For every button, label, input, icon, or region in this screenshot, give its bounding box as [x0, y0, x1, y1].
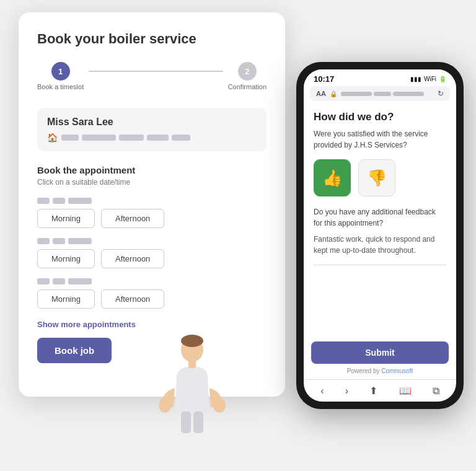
commusoft-link[interactable]: Commusoft — [381, 368, 413, 374]
powered-by: Powered by Commusoft — [311, 368, 449, 374]
phone-screen: 10:17 ▮▮▮ WiFi 🔋 AA 🔒 ↻ How did we do? W… — [304, 69, 456, 402]
addr-bar-2 — [82, 134, 116, 141]
powered-by-text: Powered by — [347, 368, 382, 374]
step-divider — [89, 71, 223, 72]
date-bar-3b — [53, 278, 65, 284]
appointment-subtitle: Click on a suitable date/time — [37, 178, 267, 187]
appointment-title: Book the appointment — [37, 165, 267, 175]
date-bar-1b — [53, 198, 65, 204]
submit-button[interactable]: Submit — [311, 341, 449, 364]
phone-content: How did we do? Were you satisfied with t… — [304, 105, 456, 337]
page-title: Book your boiler service — [37, 31, 267, 47]
home-icon: 🏠 — [47, 133, 58, 143]
url-dot-1 — [341, 92, 372, 96]
date-block-2: Morning Afternoon — [37, 238, 267, 268]
person-illustration — [155, 332, 229, 440]
phone-device: 10:17 ▮▮▮ WiFi 🔋 AA 🔒 ↻ How did we do? W… — [296, 62, 464, 409]
date-bar-row-1 — [37, 198, 267, 204]
step-2-circle: 2 — [238, 62, 257, 81]
addr-bar-3 — [119, 134, 144, 141]
date-bar-2a — [37, 238, 50, 244]
thumbs-down-icon: 👎 — [367, 169, 387, 188]
afternoon-slot-2[interactable]: Afternoon — [101, 249, 164, 268]
step-1: 1 Book a timeslot — [37, 62, 84, 90]
morning-slot-1[interactable]: Morning — [37, 209, 95, 228]
refresh-icon[interactable]: ↻ — [438, 89, 444, 98]
battery-icon: 🔋 — [439, 76, 446, 82]
slot-row-3: Morning Afternoon — [37, 289, 267, 309]
show-more-appointments[interactable]: Show more appointments — [37, 320, 136, 329]
date-bar-1a — [37, 198, 50, 204]
date-block-3: Morning Afternoon — [37, 278, 267, 309]
aa-text: AA — [316, 90, 326, 97]
url-bar[interactable]: AA 🔒 ↻ — [310, 86, 450, 101]
morning-slot-3[interactable]: Morning — [37, 289, 95, 309]
phone-footer: Submit Powered by Commusoft — [304, 337, 456, 379]
content-divider — [314, 265, 446, 265]
wifi-icon: WiFi — [424, 76, 436, 82]
address-placeholder — [61, 134, 190, 141]
thumbs-up-icon: 👍 — [322, 169, 342, 188]
svg-rect-5 — [216, 397, 223, 402]
feedback-question-2: Do you have any additional feedback for … — [314, 206, 446, 229]
url-dot-2 — [374, 92, 391, 96]
forward-nav-icon[interactable]: › — [345, 385, 348, 397]
url-dot-3 — [393, 92, 424, 96]
date-bar-2c — [68, 238, 92, 244]
address-row: 🏠 — [47, 133, 257, 143]
svg-rect-3 — [161, 397, 169, 402]
afternoon-slot-1[interactable]: Afternoon — [101, 209, 164, 228]
feedback-question-1: Were you satisfied with the service prov… — [314, 128, 446, 151]
tabs-nav-icon[interactable]: ⧉ — [433, 385, 439, 397]
svg-rect-8 — [188, 359, 196, 368]
date-bar-2b — [53, 238, 65, 244]
phone-time: 10:17 — [314, 74, 334, 84]
signal-icon: ▮▮▮ — [410, 76, 421, 82]
svg-rect-7 — [193, 412, 203, 433]
step-1-circle: 1 — [51, 62, 70, 81]
addr-bar-1 — [61, 134, 79, 141]
afternoon-slot-3[interactable]: Afternoon — [101, 289, 164, 309]
svg-rect-6 — [181, 412, 191, 433]
thumbs-down-button[interactable]: 👎 — [358, 159, 395, 196]
customer-name: Miss Sara Lee — [47, 117, 257, 128]
step-1-label: Book a timeslot — [37, 83, 84, 90]
phone-status-bar: 10:17 ▮▮▮ WiFi 🔋 — [304, 69, 456, 86]
date-bar-3c — [68, 278, 92, 284]
slot-row-1: Morning Afternoon — [37, 209, 267, 228]
feedback-title: How did we do? — [314, 111, 446, 123]
addr-bar-5 — [172, 134, 190, 141]
url-placeholder — [341, 92, 424, 96]
thumbs-up-button[interactable]: 👍 — [314, 159, 351, 196]
feedback-answer: Fantastic work, quick to respond and kep… — [314, 234, 446, 256]
date-bar-row-3 — [37, 278, 267, 284]
tablet-booking-card: Book your boiler service 1 Book a timesl… — [19, 12, 285, 397]
morning-slot-2[interactable]: Morning — [37, 249, 95, 268]
share-nav-icon[interactable]: ⬆ — [369, 385, 377, 397]
book-job-button[interactable]: Book job — [37, 338, 112, 363]
back-nav-icon[interactable]: ‹ — [320, 385, 324, 397]
addr-bar-4 — [147, 134, 169, 141]
phone-nav-bar: ‹ › ⬆ 📖 ⧉ — [304, 379, 456, 402]
customer-info-box: Miss Sara Lee 🏠 — [37, 108, 267, 151]
phone-status-icons: ▮▮▮ WiFi 🔋 — [410, 76, 446, 82]
steps-progress: 1 Book a timeslot 2 Confirmation — [37, 62, 267, 90]
svg-point-1 — [181, 335, 203, 347]
bookmarks-nav-icon[interactable]: 📖 — [399, 385, 412, 397]
step-2-label: Confirmation — [228, 83, 267, 90]
lock-icon: 🔒 — [330, 90, 337, 97]
date-bar-row-2 — [37, 238, 267, 244]
slot-row-2: Morning Afternoon — [37, 249, 267, 268]
step-2: 2 Confirmation — [228, 62, 267, 90]
date-block-1: Morning Afternoon — [37, 198, 267, 228]
date-bar-1c — [68, 198, 92, 204]
thumbs-row: 👍 👎 — [314, 159, 446, 196]
date-bar-3a — [37, 278, 50, 284]
